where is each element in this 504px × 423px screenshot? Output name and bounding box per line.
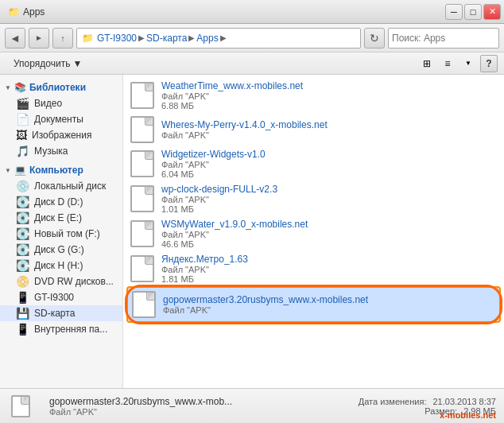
search-input[interactable]: [389, 33, 499, 44]
diskF-label: Новый том (F:): [34, 228, 100, 239]
status-date-row: Дата изменения: 21.03.2013 8:37: [359, 397, 496, 406]
list-item[interactable]: Wheres-My-Perry-v1.4.0_x-mobiles.net Фай…: [123, 113, 504, 146]
title-bar: 📁 Apps ─ □ ✕: [0, 0, 504, 24]
sidebar-item-diskD[interactable]: 💽 Диск D (D:): [0, 194, 122, 210]
video-label: Видео: [34, 98, 62, 109]
sidebar-item-sdcard[interactable]: 💾 SD-карта: [0, 305, 122, 321]
images-icon: 🖼: [16, 129, 27, 142]
list-item[interactable]: Яндекс.Метро_1.63 Файл "APK" 1.81 МБ: [123, 251, 504, 286]
file-info: WSMyWater_v1.9.0_x-mobiles.net Файл "APK…: [161, 219, 498, 249]
file-info: Widgetizer-Widgets-v1.0 Файл "APK" 6.04 …: [161, 149, 498, 179]
sidebar-item-diskH[interactable]: 💽 Диск H (H:): [0, 258, 122, 274]
status-filetype: Файл "APK": [49, 407, 343, 417]
file-name: wp-clock-design-FULL-v2.3: [161, 184, 498, 195]
diskH-label: Диск H (H:): [34, 260, 83, 271]
file-info: WeatherTime_www.x-mobiles.net Файл "APK"…: [161, 80, 498, 111]
sidebar-item-images[interactable]: 🖼 Изображения: [0, 127, 122, 143]
triangle-icon-2: ▼: [5, 167, 11, 174]
status-bar: gopowermaster3.20rusbyms_www.x-mob... Фа…: [0, 388, 504, 423]
file-size: 1.81 МБ: [161, 274, 498, 284]
date-label: Дата изменения:: [359, 397, 427, 406]
maximize-button[interactable]: □: [464, 4, 482, 20]
breadcrumb-gt9300[interactable]: GT-I9300: [97, 33, 137, 44]
video-icon: 🎬: [16, 97, 29, 110]
file-name: gopowermaster3.20rusbyms_www.x-mobiles.n…: [163, 294, 496, 305]
help-button[interactable]: ?: [480, 55, 498, 72]
sidebar-item-diskG[interactable]: 💽 Диск G (G:): [0, 242, 122, 258]
up-button[interactable]: ↑: [52, 28, 73, 49]
list-item-selected[interactable]: gopowermaster3.20rusbyms_www.x-mobiles.n…: [126, 286, 501, 323]
computer-icon: 💻: [14, 165, 26, 176]
sidebar-item-video[interactable]: 🎬 Видео: [0, 95, 122, 111]
organize-button[interactable]: Упорядочить ▼: [6, 55, 89, 72]
file-icon: [130, 149, 155, 178]
breadcrumb-bar[interactable]: 📁 GT-I9300 ▶ SD-карта ▶ Apps ▶: [76, 28, 361, 49]
music-icon: 🎵: [16, 145, 29, 157]
dvd-icon: 📀: [16, 275, 29, 288]
file-size: 6.04 МБ: [161, 169, 498, 179]
file-type: Файл "APK": [161, 195, 498, 204]
view-button-2[interactable]: ≡: [439, 55, 456, 72]
sdcard-label: SD-карта: [34, 308, 75, 319]
list-item[interactable]: WSMyWater_v1.9.0_x-mobiles.net Файл "APK…: [123, 216, 504, 251]
refresh-button[interactable]: ↻: [364, 28, 385, 49]
file-icon: [130, 219, 155, 248]
breadcrumb-sep2: ▶: [188, 33, 195, 42]
back-button[interactable]: ◄: [5, 28, 25, 49]
status-filename: gopowermaster3.20rusbyms_www.x-mob...: [49, 396, 248, 407]
title-bar-left: 📁 Apps: [3, 6, 45, 17]
diskD-icon: 💽: [16, 196, 29, 208]
file-icon: [131, 290, 157, 319]
diskE-icon: 💽: [16, 212, 29, 224]
toolbar-right: ⊞ ≡ ▼ ?: [418, 55, 498, 72]
gt9300-label: GT-I9300: [34, 292, 74, 303]
date-value: 21.03.2013 8:37: [432, 397, 496, 406]
status-info: gopowermaster3.20rusbyms_www.x-mob... Фа…: [49, 396, 343, 417]
file-list: WeatherTime_www.x-mobiles.net Файл "APK"…: [123, 75, 504, 388]
close-button[interactable]: ✕: [483, 4, 501, 20]
watermark: x-mobiles.net: [440, 410, 496, 420]
diskG-icon: 💽: [16, 243, 29, 256]
minimize-button[interactable]: ─: [445, 4, 463, 20]
view-button-1[interactable]: ⊞: [418, 55, 436, 72]
diskE-label: Диск E (E:): [34, 212, 82, 223]
sidebar-item-diskE[interactable]: 💽 Диск E (E:): [0, 210, 122, 226]
sidebar-item-docs[interactable]: 📄 Документы: [0, 111, 122, 127]
docs-icon: 📄: [16, 113, 29, 126]
file-name: WeatherTime_www.x-mobiles.net: [161, 80, 498, 91]
file-type: Файл "APK": [161, 91, 498, 101]
file-type: Файл "APK": [161, 130, 498, 140]
organize-label: Упорядочить: [14, 58, 70, 69]
sidebar-item-gt9300[interactable]: 📱 GT-I9300: [0, 289, 122, 305]
triangle-icon: ▼: [5, 84, 11, 91]
breadcrumb-sep1: ▶: [138, 33, 145, 42]
sidebar-item-music[interactable]: 🎵 Музыка: [0, 143, 122, 159]
diskG-label: Диск G (G:): [34, 244, 84, 255]
file-name: Widgetizer-Widgets-v1.0: [161, 149, 498, 160]
file-size: 6.88 МБ: [161, 101, 498, 111]
breadcrumb-sdcard[interactable]: SD-карта: [146, 33, 187, 44]
sidebar-section-libraries-header[interactable]: ▼ 📚 Библиотеки: [0, 80, 122, 95]
list-item[interactable]: wp-clock-design-FULL-v2.3 Файл "APK" 1.0…: [123, 181, 504, 216]
file-icon: [130, 184, 155, 213]
sidebar-item-internal[interactable]: 📱 Внутренняя па...: [0, 321, 122, 337]
docs-label: Документы: [34, 114, 83, 125]
music-label: Музыка: [34, 146, 68, 157]
local-icon: 💿: [16, 180, 29, 192]
sidebar-item-dvd[interactable]: 📀 DVD RW дисков...: [0, 274, 122, 289]
breadcrumb-apps[interactable]: Apps: [196, 33, 218, 44]
search-box: 🔍: [388, 28, 499, 49]
sidebar-section-computer-header[interactable]: ▼ 💻 Компьютер: [0, 162, 122, 178]
local-label: Локальный диск: [34, 180, 106, 192]
internal-label: Внутренняя па...: [34, 324, 107, 335]
sidebar-item-diskF[interactable]: 💽 Новый том (F:): [0, 226, 122, 242]
list-item[interactable]: WeatherTime_www.x-mobiles.net Файл "APK"…: [123, 78, 504, 113]
view-dropdown-button[interactable]: ▼: [459, 55, 477, 72]
file-size: 46.6 МБ: [161, 239, 498, 249]
window-icon: 📁: [8, 6, 20, 17]
organize-arrow: ▼: [72, 58, 82, 69]
sidebar-item-local[interactable]: 💿 Локальный диск: [0, 178, 122, 194]
file-icon: [130, 81, 155, 110]
forward-button[interactable]: ►: [29, 28, 49, 49]
list-item[interactable]: Widgetizer-Widgets-v1.0 Файл "APK" 6.04 …: [123, 146, 504, 181]
